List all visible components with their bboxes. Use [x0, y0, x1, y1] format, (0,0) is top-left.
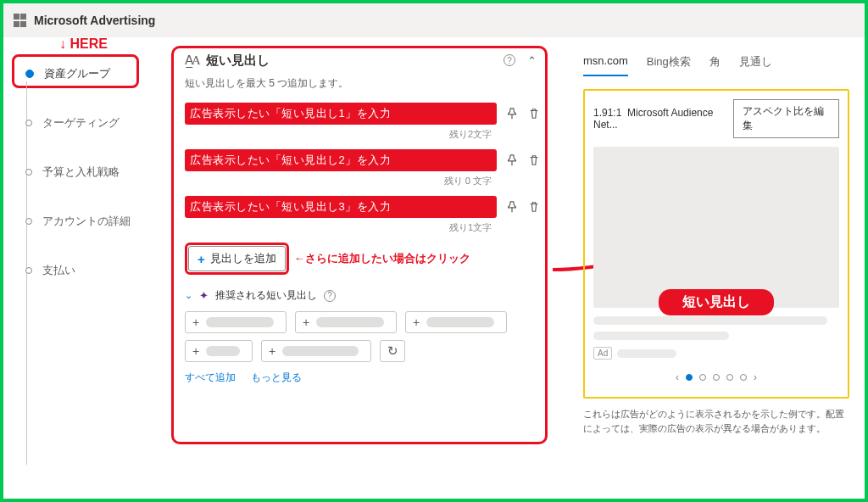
tab-bing[interactable]: Bing検索	[647, 54, 691, 76]
step-dot-icon	[25, 70, 34, 78]
preview-disclaimer: これらは広告がどのように表示されるかを示した例です。配置によっては、実際の広告の…	[583, 407, 849, 435]
sparkle-icon: ✦	[199, 289, 209, 302]
step-dot-icon	[25, 120, 32, 126]
pager-dot[interactable]	[699, 374, 706, 381]
pager-next-icon[interactable]: ›	[754, 371, 757, 383]
add-all-link[interactable]: すべて追加	[185, 371, 236, 385]
ad-badge: Ad	[593, 347, 612, 360]
sidebar-item-budget[interactable]: 予算と入札戦略	[19, 159, 153, 185]
add-headline-button[interactable]: + 見出しを追加	[188, 246, 286, 271]
trash-icon[interactable]	[527, 107, 541, 120]
chevron-down-icon[interactable]: ⌄	[185, 290, 192, 301]
main-panel: A̲A 短い見出し ? ⌃ 短い見出しを最大 5 つ追加します。 広告表示したい…	[156, 37, 576, 499]
text-style-icon: A̲A	[185, 53, 199, 68]
sidebar-item-label: 資産グループ	[44, 66, 110, 81]
pager-dot[interactable]	[726, 374, 733, 381]
char-counter: 残り1文字	[185, 221, 541, 234]
tab-msn[interactable]: msn.com	[583, 54, 628, 76]
suggestion-pill[interactable]: +	[185, 311, 287, 333]
headline-input[interactable]: 広告表示したい「短い見出し3」を入力	[185, 196, 497, 218]
suggestion-pill[interactable]: +	[261, 340, 371, 362]
collapse-chevron-icon[interactable]: ⌃	[522, 51, 541, 70]
preview-pane: msn.com Bing検索 角 見通し 1.91:1 Microsoft Au…	[576, 37, 865, 499]
tab-outlook[interactable]: 見通し	[739, 54, 772, 76]
sidebar-item-account[interactable]: アカウントの詳細	[19, 209, 153, 234]
plus-icon: +	[198, 252, 205, 266]
preview-text-lines: Ad	[593, 316, 839, 360]
preview-pager: ‹ ›	[593, 371, 839, 383]
sidebar-item-label: 支払い	[42, 263, 75, 278]
microsoft-logo-icon	[14, 14, 27, 27]
headline-input[interactable]: 広告表示したい「短い見出し1」を入力	[185, 103, 497, 125]
headline-input[interactable]: 広告表示したい「短い見出し2」を入力	[185, 149, 497, 171]
help-icon[interactable]: ?	[324, 290, 336, 302]
plus-icon: +	[406, 315, 426, 329]
pin-icon[interactable]	[505, 153, 519, 167]
plus-icon: +	[186, 344, 206, 358]
brand-label: Microsoft Advertising	[34, 14, 155, 27]
highlight-add-box: + 見出しを追加	[185, 243, 289, 275]
trash-icon[interactable]	[527, 200, 541, 214]
plus-icon: +	[296, 315, 316, 329]
pager-dot[interactable]	[713, 374, 720, 381]
suggest-label: 推奨される短い見出し	[215, 288, 317, 303]
help-icon[interactable]: ?	[504, 54, 515, 66]
sidebar-item-asset-group[interactable]: 資産グループ	[19, 61, 153, 86]
char-counter: 残り2文字	[185, 128, 541, 141]
plus-icon: +	[262, 344, 282, 358]
plus-icon: +	[186, 315, 206, 329]
sidebar-item-label: 予算と入札戦略	[42, 165, 120, 180]
panel-title: 短い見出し	[206, 53, 497, 69]
pin-icon[interactable]	[505, 200, 519, 214]
pager-dot[interactable]	[686, 374, 693, 381]
preview-tabs: msn.com Bing検索 角 見通し	[583, 54, 849, 77]
top-bar: Microsoft Advertising	[3, 3, 865, 37]
refresh-button[interactable]: ↻	[380, 340, 405, 362]
headline-badge: 短い見出し	[659, 289, 774, 315]
pin-icon[interactable]	[505, 107, 519, 120]
edit-aspect-button[interactable]: アスペクト比を編集	[733, 99, 839, 138]
see-more-link[interactable]: もっと見る	[251, 371, 302, 385]
preview-image-placeholder: 短い見出し	[593, 147, 839, 308]
preview-ratio-label: 1.91:1 Microsoft Audience Net...	[593, 107, 733, 131]
panel-description: 短い見出しを最大 5 つ追加します。	[185, 76, 541, 91]
char-counter: 残り 0 文字	[185, 175, 541, 187]
pager-prev-icon[interactable]: ‹	[676, 371, 679, 383]
step-dot-icon	[25, 218, 32, 225]
step-dot-icon	[25, 267, 32, 274]
sidebar-item-targeting[interactable]: ターゲティング	[19, 110, 153, 136]
here-annotation: ↓ HERE	[59, 36, 108, 52]
pager-dot[interactable]	[740, 374, 747, 381]
suggestion-pill[interactable]: +	[295, 311, 397, 333]
sidebar-item-payment[interactable]: 支払い	[19, 258, 153, 283]
sidebar-item-label: アカウントの詳細	[42, 214, 131, 229]
trash-icon[interactable]	[527, 153, 541, 167]
add-annotation: ←さらに追加したい場合はクリック	[294, 251, 470, 266]
sidebar: ↓ HERE 資産グループ ターゲティング 予算と入札戦略 アカウントの詳細 支…	[3, 37, 156, 499]
suggestion-pill[interactable]: +	[185, 340, 253, 362]
suggestion-pill[interactable]: +	[405, 311, 507, 333]
sidebar-item-label: ターゲティング	[42, 115, 120, 131]
preview-box: 1.91:1 Microsoft Audience Net... アスペクト比を…	[583, 89, 849, 399]
step-dot-icon	[25, 169, 32, 176]
add-headline-label: 見出しを追加	[210, 251, 276, 266]
tab-corner[interactable]: 角	[709, 54, 721, 76]
